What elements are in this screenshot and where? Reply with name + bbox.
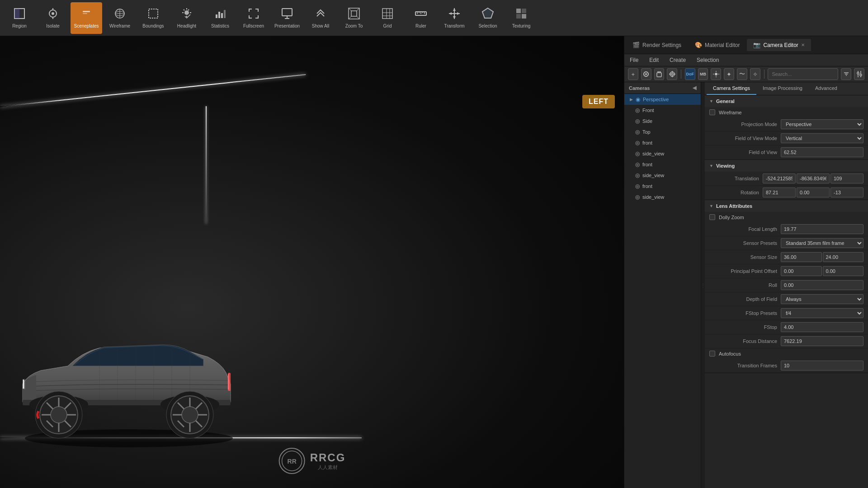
menu-selection[interactable]: Selection <box>695 56 721 64</box>
toolbar-ruler[interactable]: Ruler <box>405 2 437 34</box>
wave-btn[interactable]: 〜 <box>737 68 747 80</box>
filter-list-btn[interactable] <box>841 68 851 80</box>
camera-item-top[interactable]: ◎ Top <box>624 127 701 137</box>
fstop-label: FStop <box>709 324 777 330</box>
fov-input[interactable] <box>781 147 863 157</box>
tab-camera-editor[interactable]: 📷 Camera Editor ✕ <box>747 39 811 51</box>
svg-point-90 <box>645 73 647 75</box>
autofocus-checkbox[interactable] <box>709 351 715 357</box>
roll-input[interactable] <box>781 280 863 290</box>
principal-offset-x-input[interactable] <box>781 266 822 276</box>
fstop-presets-value: f/4 <box>781 308 863 318</box>
tab-material-editor[interactable]: 🎨 Material Editor <box>689 39 746 51</box>
svg-rect-21 <box>216 14 217 18</box>
section-viewing-header[interactable]: ▼ Viewing <box>705 160 868 172</box>
rotation-x-input[interactable] <box>763 188 796 197</box>
props-tab-camera-settings[interactable]: Camera Settings <box>707 82 756 95</box>
menu-create[interactable]: Create <box>668 56 688 64</box>
dof-select[interactable]: Always <box>781 294 863 304</box>
section-general-arrow: ▼ <box>709 99 713 103</box>
toolbar-region[interactable]: Region <box>4 2 35 34</box>
delete-btn[interactable] <box>654 68 665 80</box>
sun-btn[interactable] <box>711 68 721 80</box>
section-lens-header[interactable]: ▼ Lens Attributes <box>705 200 868 212</box>
props-tab-advanced-label: Advanced <box>815 85 837 91</box>
filter-options-btn[interactable] <box>854 68 864 80</box>
transition-frames-input[interactable] <box>781 361 863 371</box>
fstop-presets-row: FStop Presets f/4 <box>705 306 868 320</box>
translation-y-input[interactable] <box>797 174 830 183</box>
toolbar-boundings[interactable]: Boundings <box>137 2 169 34</box>
principal-offset-y-input[interactable] <box>823 266 864 276</box>
rotation-z-input[interactable] <box>830 188 863 197</box>
rotation-y-input[interactable] <box>797 188 830 197</box>
toolbar-transform[interactable]: Transform <box>439 2 470 34</box>
right-panel: 🎬 Render Settings 🎨 Material Editor 📷 Ca… <box>624 36 868 488</box>
toolbar-fullscreen[interactable]: Fullscreen <box>238 2 269 34</box>
sensor-presets-select[interactable]: Standard 35mm film frame <box>781 238 863 248</box>
svg-rect-34 <box>382 9 392 19</box>
search-input[interactable] <box>768 68 838 80</box>
toolbar-zoomto[interactable]: Zoom To <box>338 2 370 34</box>
toolbar-grid[interactable]: Grid <box>372 2 403 34</box>
camera-item-sideview3[interactable]: ◎ side_view <box>624 192 701 202</box>
dof-btn[interactable]: DoF <box>685 68 695 80</box>
toolbar-showall[interactable]: Show All <box>305 2 336 34</box>
props-tab-advanced[interactable]: Advanced <box>809 82 844 95</box>
svg-point-110 <box>860 74 862 76</box>
toolbar-wireframe[interactable]: Wireframe <box>104 2 136 34</box>
focal-length-input[interactable] <box>781 224 863 234</box>
camera-editor-close[interactable]: ✕ <box>801 42 805 47</box>
viewport[interactable]: LEFT RR RRCG 人人素材 <box>0 36 624 488</box>
svg-rect-54 <box>522 9 526 13</box>
menu-edit[interactable]: Edit <box>647 56 660 64</box>
toolbar-presentation[interactable]: Presentation <box>271 2 303 34</box>
toolbar-ruler-label: Ruler <box>415 23 426 28</box>
camera-item-side[interactable]: ◎ Side <box>624 116 701 127</box>
add-camera-btn[interactable]: + <box>628 68 638 80</box>
dolly-zoom-checkbox[interactable] <box>709 214 715 220</box>
main-area: LEFT RR RRCG 人人素材 🎬 Render Settings 🎨 M <box>0 36 868 488</box>
camera-item-front2[interactable]: ◎ front <box>624 137 701 148</box>
projection-mode-select[interactable]: Perspective <box>781 119 863 129</box>
menu-file[interactable]: File <box>628 56 640 64</box>
target-btn[interactable] <box>667 68 677 80</box>
camera-eye-icon: ◉ <box>636 96 640 103</box>
svg-rect-25 <box>282 9 292 16</box>
fstop-presets-select[interactable]: f/4 <box>781 308 863 318</box>
translation-x-input[interactable] <box>763 174 796 183</box>
sparkle-btn[interactable]: ✦ <box>724 68 734 80</box>
fstop-input[interactable] <box>781 322 863 332</box>
camera-item-front3[interactable]: ◎ front <box>624 159 701 170</box>
focus-dist-input[interactable] <box>781 336 863 346</box>
camera-label-side: Side <box>642 118 652 124</box>
translation-z-input[interactable] <box>830 174 863 183</box>
fov-value <box>781 147 863 157</box>
section-general-header[interactable]: ▼ General <box>705 95 868 107</box>
fov-mode-value: Vertical <box>781 133 863 143</box>
sensor-size-h-input[interactable] <box>823 252 864 262</box>
camera-item-sideview2[interactable]: ◎ side_view <box>624 170 701 181</box>
camera-item-front[interactable]: ◎ Front <box>624 105 701 116</box>
panel-resize-handle[interactable]: ⋮ <box>701 82 705 488</box>
tab-render-settings[interactable]: 🎬 Render Settings <box>626 39 688 51</box>
fov-mode-select[interactable]: Vertical <box>781 133 863 143</box>
circle-btn[interactable] <box>641 68 651 80</box>
toolbar-sceneplates[interactable]: Sceneplates <box>71 2 102 34</box>
star4-btn[interactable]: ✧ <box>750 68 760 80</box>
toolbar-selection[interactable]: Selection <box>472 2 504 34</box>
toolbar-headlight[interactable]: Headlight <box>171 2 203 34</box>
mb-btn[interactable]: MB <box>698 68 708 80</box>
toolbar-statistics[interactable]: Statistics <box>204 2 236 34</box>
toolbar-isolate[interactable]: Isolate <box>37 2 69 34</box>
wireframe-checkbox[interactable] <box>709 109 715 115</box>
collapse-cameras-btn[interactable]: ◀ <box>693 85 696 91</box>
camera-item-perspective[interactable]: ▶ ◉ Perspective <box>624 94 701 105</box>
camera-item-sideview[interactable]: ◎ side_view <box>624 148 701 159</box>
camera-item-front4[interactable]: ◎ front <box>624 181 701 192</box>
toolbar-texturing[interactable]: Texturing <box>505 2 537 34</box>
section-viewing-arrow: ▼ <box>709 164 713 168</box>
toolbar-isolate-label: Isolate <box>46 23 59 28</box>
sensor-size-w-input[interactable] <box>781 252 822 262</box>
props-tab-image-processing[interactable]: Image Processing <box>756 82 809 95</box>
